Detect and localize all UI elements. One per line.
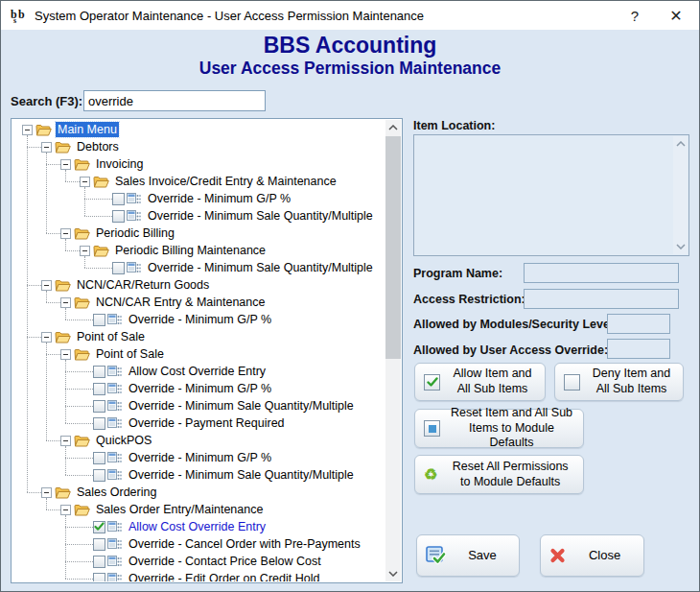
tree-folder-item[interactable]: Debtors (12, 138, 385, 155)
tree-folder-item[interactable]: QuickPOS (12, 432, 385, 449)
tree-item-label[interactable]: Point of Sale (94, 346, 166, 362)
tree-leaf-item[interactable]: Override - Minimum G/P % (12, 449, 385, 466)
collapse-toggle-icon[interactable] (60, 349, 71, 360)
collapse-toggle-icon[interactable] (80, 246, 90, 256)
tree-folder-item[interactable]: Sales Invoice/Credit Entry & Maintenance (12, 173, 385, 190)
permission-checkbox[interactable] (93, 556, 105, 568)
collapse-toggle-icon[interactable] (60, 505, 71, 515)
permission-checkbox[interactable] (112, 210, 125, 223)
tree-item-label[interactable]: Allow Cost Override Entry (127, 519, 268, 534)
tree-item-label[interactable]: Override - Cancel Order with Pre-Payment… (127, 536, 362, 552)
tree-item-label[interactable]: Override - Minimum G/P % (146, 191, 292, 206)
collapse-toggle-icon[interactable] (41, 280, 52, 291)
tree-leaf-item[interactable]: Allow Cost Override Entry (12, 518, 385, 535)
tree-leaf-item[interactable]: Override - Minimum Sale Quantity/Multipl… (12, 397, 385, 414)
tree-item-label[interactable]: Allow Cost Override Entry (127, 364, 268, 379)
scroll-down-icon[interactable] (385, 566, 401, 581)
tree-item-label[interactable]: Override - Payment Required (127, 415, 287, 431)
permission-checkbox[interactable] (93, 366, 105, 378)
tree-folder-item[interactable]: Main Menu (12, 121, 385, 138)
tree-item-label[interactable]: Invoicing (94, 156, 145, 172)
collapse-toggle-icon[interactable] (80, 177, 90, 187)
reset-all-button[interactable]: ♻ Reset All Permissions to Module Defaul… (414, 455, 584, 494)
collapse-toggle-icon[interactable] (41, 332, 52, 343)
tree-scroll-thumb[interactable] (385, 136, 401, 359)
scroll-down-icon[interactable] (673, 239, 688, 254)
help-button[interactable]: ? (616, 1, 654, 30)
tree-leaf-item[interactable]: Override - Minimum Sale Quantity/Multipl… (12, 466, 385, 484)
program-name-field[interactable] (524, 263, 679, 283)
collapse-toggle-icon[interactable] (60, 436, 71, 446)
tree-item-label[interactable]: Periodic Billing Maintenance (113, 243, 268, 258)
user-override-field[interactable] (607, 339, 670, 359)
tree-item-label[interactable]: Override - Minimum Sale Quantity/Multipl… (146, 208, 375, 224)
tree-item-label[interactable]: Debtors (75, 139, 121, 154)
tree-item-label[interactable]: Override - Contact Price Below Cost (127, 554, 323, 569)
collapse-toggle-icon[interactable] (41, 142, 52, 153)
modules-level-field[interactable] (607, 314, 670, 334)
tree-item-label[interactable]: Override - Edit Order on Credit Hold (127, 571, 321, 581)
allow-item-button[interactable]: Allow Item and All Sub Items (414, 363, 546, 401)
permission-checkbox[interactable] (93, 521, 105, 533)
permission-checkbox[interactable] (93, 417, 105, 430)
tree-folder-item[interactable]: Sales Order Entry/Maintenance (12, 501, 385, 518)
tree-folder-item[interactable]: Sales Ordering (12, 484, 385, 501)
permission-checkbox[interactable] (112, 193, 125, 205)
tree-folder-item[interactable]: Periodic Billing (12, 225, 385, 242)
tree-leaf-item[interactable]: Override - Payment Required (12, 414, 385, 432)
tree-item-label[interactable]: Override - Minimum Sale Quantity/Multipl… (127, 467, 356, 483)
permission-checkbox[interactable] (93, 383, 105, 395)
tree-leaf-item[interactable]: Override - Edit Order on Credit Hold (12, 570, 385, 581)
tree-item-label[interactable]: Sales Invoice/Credit Entry & Maintenance (113, 174, 338, 189)
permission-checkbox[interactable] (93, 573, 105, 582)
permission-checkbox[interactable] (112, 262, 125, 274)
item-location-scrollbar[interactable] (673, 136, 688, 254)
deny-item-button[interactable]: Deny Item and All Sub Items (554, 363, 684, 401)
tree-item-label[interactable]: Periodic Billing (94, 225, 176, 241)
permission-tree[interactable]: Main MenuDebtorsInvoicingSales Invoice/C… (11, 118, 403, 583)
permission-checkbox[interactable] (93, 314, 105, 326)
window-close-button[interactable]: ✕ (657, 1, 695, 30)
tree-item-label[interactable]: Sales Ordering (75, 485, 158, 500)
collapse-toggle-icon[interactable] (41, 487, 52, 498)
scroll-up-icon[interactable] (385, 120, 401, 135)
tree-leaf-item[interactable]: Override - Contact Price Below Cost (12, 553, 385, 570)
tree-folder-item[interactable]: Point of Sale (12, 328, 385, 345)
tree-item-label[interactable]: NCN/CAR/Return Goods (75, 277, 211, 293)
tree-item-label[interactable]: NCN/CAR Entry & Maintenance (94, 295, 267, 310)
item-location-box[interactable] (413, 134, 689, 256)
collapse-toggle-icon[interactable] (22, 125, 33, 135)
access-restriction-field[interactable] (524, 289, 679, 309)
tree-item-label[interactable]: Override - Minimum G/P % (127, 450, 273, 465)
tree-item-label[interactable]: Main Menu (56, 122, 119, 137)
collapse-toggle-icon[interactable] (60, 228, 71, 239)
tree-leaf-item[interactable]: Override - Minimum G/P % (12, 380, 385, 397)
save-button[interactable]: Save (416, 534, 520, 577)
collapse-toggle-icon[interactable] (60, 159, 71, 170)
tree-item-label[interactable]: Sales Order Entry/Maintenance (94, 502, 265, 517)
tree-folder-item[interactable]: Periodic Billing Maintenance (12, 242, 385, 259)
tree-scrollbar[interactable] (385, 120, 401, 581)
collapse-toggle-icon[interactable] (60, 297, 71, 308)
tree-folder-item[interactable]: NCN/CAR Entry & Maintenance (12, 294, 385, 311)
permission-checkbox[interactable] (93, 469, 105, 482)
tree-leaf-item[interactable]: Override - Minimum Sale Quantity/Multipl… (12, 259, 385, 276)
tree-folder-item[interactable]: Invoicing (12, 155, 385, 173)
tree-item-label[interactable]: Override - Minimum G/P % (127, 381, 273, 396)
tree-leaf-item[interactable]: Override - Minimum G/P % (12, 311, 385, 328)
tree-leaf-item[interactable]: Override - Cancel Order with Pre-Payment… (12, 535, 385, 553)
search-input[interactable] (83, 90, 266, 111)
tree-folder-item[interactable]: Point of Sale (12, 345, 385, 363)
tree-item-label[interactable]: Override - Minimum Sale Quantity/Multipl… (127, 398, 356, 414)
tree-item-label[interactable]: Override - Minimum G/P % (127, 312, 273, 327)
reset-item-button[interactable]: Reset Item and All Sub Items to Module D… (414, 409, 584, 448)
scroll-up-icon[interactable] (673, 136, 688, 152)
permission-checkbox[interactable] (93, 538, 105, 551)
tree-folder-item[interactable]: NCN/CAR/Return Goods (12, 276, 385, 294)
permission-checkbox[interactable] (93, 400, 105, 413)
tree-leaf-item[interactable]: Override - Minimum Sale Quantity/Multipl… (12, 207, 385, 225)
tree-item-label[interactable]: Override - Minimum Sale Quantity/Multipl… (146, 260, 375, 275)
tree-leaf-item[interactable]: Override - Minimum G/P % (12, 190, 385, 207)
tree-leaf-item[interactable]: Allow Cost Override Entry (12, 363, 385, 380)
close-button[interactable]: Close (540, 534, 644, 577)
